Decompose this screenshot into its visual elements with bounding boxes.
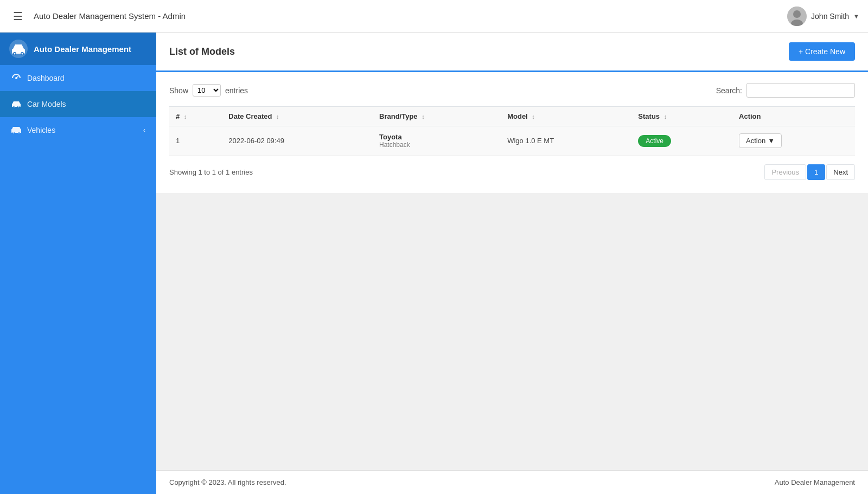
svg-point-17 [18,106,19,107]
svg-point-9 [22,53,23,55]
sidebar-item-label-vehicles: Vehicles [27,126,138,134]
page-title: List of Models [169,46,235,57]
showing-text: Showing 1 to 1 of 1 entries [169,168,253,176]
status-badge: Active [638,135,671,147]
main-content: List of Models + Create New Show 10 25 5… [156,33,868,494]
col-date-created[interactable]: Date Created ↕ [222,107,373,126]
brand-sub: Hatchback [379,141,494,149]
create-new-button[interactable]: + Create New [789,42,855,61]
brand-main: Toyota [379,133,494,141]
content-spacer [156,193,868,470]
sort-icon-date: ↕ [276,113,279,120]
navbar-left: ☰ Auto Dealer Management System - Admin [9,8,186,25]
sidebar-item-vehicles[interactable]: Vehicles ‹ [0,117,156,143]
layout: Auto Dealer Management Dashboard [0,33,868,494]
app-title: Auto Dealer Management System - Admin [34,11,186,21]
table-row: 1 2022-06-02 09:49 Toyota Hatchback Wigo… [169,126,855,156]
svg-point-8 [14,53,16,55]
show-entries-control: Show 10 25 50 100 entries [169,84,248,97]
col-brand-type[interactable]: Brand/Type ↕ [373,107,501,126]
svg-point-1 [793,10,801,18]
sidebar-logo-text: Auto Dealer Management [34,44,131,54]
table-head: # ↕ Date Created ↕ Brand/Type ↕ Model [169,107,855,126]
col-num: # ↕ [169,107,222,126]
cell-model: Wigo 1.0 E MT [501,126,631,156]
sidebar-item-label-car-models: Car Models [27,100,145,108]
chevron-left-icon: ‹ [143,126,145,134]
copyright-text: Copyright © 2023. All rights reserved. [169,478,286,486]
col-status[interactable]: Status ↕ [631,107,732,126]
svg-marker-19 [12,127,21,129]
previous-button[interactable]: Previous [764,164,806,180]
table-controls: Show 10 25 50 100 entries Search: [169,83,855,98]
sidebar-item-dashboard[interactable]: Dashboard [0,65,156,91]
cell-status: Active [631,126,732,156]
sort-icon-brand: ↕ [422,113,425,120]
footer-brand: Auto Dealer Management [775,478,855,486]
search-input[interactable] [746,83,855,98]
table-footer: Showing 1 to 1 of 1 entries Previous 1 N… [169,164,855,180]
hamburger-icon[interactable]: ☰ [9,8,27,25]
pagination: Previous 1 Next [764,164,855,180]
table-body: 1 2022-06-02 09:49 Toyota Hatchback Wigo… [169,126,855,156]
svg-point-23 [18,132,20,133]
sidebar-logo: Auto Dealer Management [0,33,156,65]
show-label: Show [169,86,188,95]
svg-line-11 [16,76,18,78]
footer: Copyright © 2023. All rights reserved. A… [156,470,868,494]
search-label: Search: [716,86,742,95]
cell-date-created: 2022-06-02 09:49 [222,126,373,156]
action-dropdown-arrow: ▼ [768,137,775,145]
page-header: List of Models + Create New [156,33,868,72]
svg-point-22 [13,132,14,133]
cell-brand-type: Toyota Hatchback [373,126,501,156]
sort-icon-status: ↕ [664,113,667,120]
entries-select[interactable]: 10 25 50 100 [193,84,221,97]
user-menu[interactable]: John Smith ▼ [787,7,859,26]
svg-marker-13 [12,101,20,104]
sidebar-item-car-models[interactable]: Car Models [0,91,156,117]
table-header-row: # ↕ Date Created ↕ Brand/Type ↕ Model [169,107,855,126]
vehicles-icon [11,125,22,136]
table-card: Show 10 25 50 100 entries Search: [156,72,868,193]
entries-label: entries [225,86,248,95]
car-icon [11,99,22,110]
avatar [787,7,807,26]
col-model[interactable]: Model ↕ [501,107,631,126]
page-1-button[interactable]: 1 [807,164,825,180]
sort-icon-model: ↕ [532,113,535,120]
search-box: Search: [716,83,855,98]
svg-point-16 [14,106,15,107]
col-action: Action [732,107,855,126]
sidebar: Auto Dealer Management Dashboard [0,33,156,494]
dashboard-icon [11,73,22,84]
next-button[interactable]: Next [826,164,855,180]
sort-icon-num: ↕ [184,113,187,120]
user-name: John Smith [811,12,849,21]
cell-action: Action ▼ [732,126,855,156]
sidebar-nav: Dashboard Car Models [0,65,156,494]
data-table: # ↕ Date Created ↕ Brand/Type ↕ Model [169,106,855,156]
cell-num: 1 [169,126,222,156]
user-dropdown-arrow: ▼ [853,13,859,20]
sidebar-item-label-dashboard: Dashboard [27,74,145,82]
action-button[interactable]: Action ▼ [739,133,782,148]
top-navbar: ☰ Auto Dealer Management System - Admin … [0,0,868,33]
